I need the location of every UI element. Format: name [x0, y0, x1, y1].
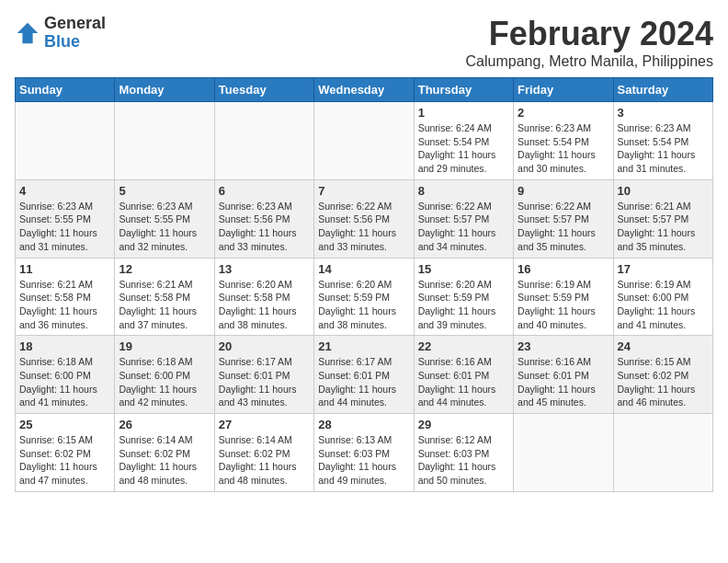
- calendar-cell: 25Sunrise: 6:15 AM Sunset: 6:02 PM Dayli…: [16, 414, 115, 492]
- calendar-cell: [514, 414, 613, 492]
- cell-info: Sunrise: 6:14 AM Sunset: 6:02 PM Dayligh…: [119, 433, 210, 488]
- weekday-header: Wednesday: [314, 78, 414, 102]
- weekday-header: Saturday: [613, 78, 712, 102]
- calendar-cell: 26Sunrise: 6:14 AM Sunset: 6:02 PM Dayli…: [115, 414, 214, 492]
- logo-icon: [15, 20, 40, 46]
- cell-info: Sunrise: 6:20 AM Sunset: 5:59 PM Dayligh…: [318, 278, 409, 332]
- calendar-cell: 6Sunrise: 6:23 AM Sunset: 5:56 PM Daylig…: [214, 179, 313, 258]
- logo-text: General Blue: [44, 15, 106, 52]
- calendar-cell: 13Sunrise: 6:20 AM Sunset: 5:58 PM Dayli…: [214, 258, 313, 336]
- cell-info: Sunrise: 6:23 AM Sunset: 5:54 PM Dayligh…: [618, 121, 709, 176]
- location-title: Calumpang, Metro Manila, Philippines: [466, 53, 713, 70]
- calendar-cell: 5Sunrise: 6:23 AM Sunset: 5:55 PM Daylig…: [115, 179, 214, 258]
- day-number: 11: [19, 262, 110, 276]
- calendar-cell: 28Sunrise: 6:13 AM Sunset: 6:03 PM Dayli…: [314, 414, 414, 492]
- day-number: 14: [318, 262, 409, 276]
- day-number: 23: [518, 339, 609, 353]
- cell-info: Sunrise: 6:22 AM Sunset: 5:57 PM Dayligh…: [518, 200, 609, 254]
- calendar-cell: 29Sunrise: 6:12 AM Sunset: 6:03 PM Dayli…: [414, 414, 513, 492]
- day-number: 26: [119, 418, 210, 431]
- weekday-header: Monday: [115, 78, 214, 102]
- logo-blue-text: Blue: [44, 33, 106, 52]
- logo-general-text: General: [44, 15, 106, 33]
- calendar-cell: 2Sunrise: 6:23 AM Sunset: 5:54 PM Daylig…: [514, 102, 613, 180]
- weekday-header-row: SundayMondayTuesdayWednesdayThursdayFrid…: [16, 78, 713, 102]
- day-number: 7: [318, 184, 409, 198]
- calendar-cell: 19Sunrise: 6:18 AM Sunset: 6:00 PM Dayli…: [115, 336, 214, 414]
- day-number: 20: [219, 339, 310, 353]
- cell-info: Sunrise: 6:17 AM Sunset: 6:01 PM Dayligh…: [318, 355, 409, 409]
- calendar-cell: 23Sunrise: 6:16 AM Sunset: 6:01 PM Dayli…: [514, 336, 613, 414]
- calendar-cell: 27Sunrise: 6:14 AM Sunset: 6:02 PM Dayli…: [214, 414, 313, 492]
- day-number: 27: [219, 418, 310, 431]
- calendar-table: SundayMondayTuesdayWednesdayThursdayFrid…: [15, 77, 713, 492]
- header: General Blue February 2024 Calumpang, Me…: [15, 15, 713, 70]
- day-number: 24: [618, 339, 709, 353]
- calendar-week-row: 25Sunrise: 6:15 AM Sunset: 6:02 PM Dayli…: [16, 414, 713, 492]
- calendar-cell: [214, 102, 313, 180]
- day-number: 1: [418, 106, 509, 120]
- calendar-cell: 7Sunrise: 6:22 AM Sunset: 5:56 PM Daylig…: [314, 179, 414, 258]
- day-number: 9: [518, 184, 609, 198]
- day-number: 13: [219, 262, 310, 276]
- cell-info: Sunrise: 6:12 AM Sunset: 6:03 PM Dayligh…: [418, 433, 509, 488]
- cell-info: Sunrise: 6:19 AM Sunset: 6:00 PM Dayligh…: [618, 278, 709, 332]
- cell-info: Sunrise: 6:16 AM Sunset: 6:01 PM Dayligh…: [418, 355, 509, 409]
- cell-info: Sunrise: 6:23 AM Sunset: 5:54 PM Dayligh…: [518, 121, 609, 176]
- day-number: 19: [119, 339, 210, 353]
- day-number: 2: [518, 106, 609, 120]
- calendar-cell: [16, 102, 115, 180]
- calendar-cell: 12Sunrise: 6:21 AM Sunset: 5:58 PM Dayli…: [115, 258, 214, 336]
- cell-info: Sunrise: 6:17 AM Sunset: 6:01 PM Dayligh…: [219, 355, 310, 409]
- day-number: 28: [318, 418, 409, 431]
- calendar-cell: 20Sunrise: 6:17 AM Sunset: 6:01 PM Dayli…: [214, 336, 313, 414]
- cell-info: Sunrise: 6:20 AM Sunset: 5:58 PM Dayligh…: [219, 278, 310, 332]
- weekday-header: Sunday: [16, 78, 115, 102]
- cell-info: Sunrise: 6:21 AM Sunset: 5:58 PM Dayligh…: [119, 278, 210, 332]
- day-number: 12: [119, 262, 210, 276]
- calendar-cell: 9Sunrise: 6:22 AM Sunset: 5:57 PM Daylig…: [514, 179, 613, 258]
- calendar-cell: 17Sunrise: 6:19 AM Sunset: 6:00 PM Dayli…: [613, 258, 712, 336]
- calendar-cell: 18Sunrise: 6:18 AM Sunset: 6:00 PM Dayli…: [16, 336, 115, 414]
- weekday-header: Friday: [514, 78, 613, 102]
- day-number: 21: [318, 339, 409, 353]
- svg-marker-0: [17, 23, 38, 43]
- cell-info: Sunrise: 6:13 AM Sunset: 6:03 PM Dayligh…: [318, 433, 409, 488]
- day-number: 4: [19, 184, 110, 198]
- calendar-cell: 24Sunrise: 6:15 AM Sunset: 6:02 PM Dayli…: [613, 336, 712, 414]
- cell-info: Sunrise: 6:21 AM Sunset: 5:57 PM Dayligh…: [618, 200, 709, 254]
- day-number: 8: [418, 184, 509, 198]
- day-number: 3: [618, 106, 709, 120]
- calendar-week-row: 11Sunrise: 6:21 AM Sunset: 5:58 PM Dayli…: [16, 258, 713, 336]
- weekday-header: Tuesday: [214, 78, 313, 102]
- calendar-cell: 15Sunrise: 6:20 AM Sunset: 5:59 PM Dayli…: [414, 258, 513, 336]
- weekday-header: Thursday: [414, 78, 513, 102]
- calendar-cell: 10Sunrise: 6:21 AM Sunset: 5:57 PM Dayli…: [613, 179, 712, 258]
- calendar-cell: 22Sunrise: 6:16 AM Sunset: 6:01 PM Dayli…: [414, 336, 513, 414]
- calendar-week-row: 4Sunrise: 6:23 AM Sunset: 5:55 PM Daylig…: [16, 179, 713, 258]
- calendar-cell: 8Sunrise: 6:22 AM Sunset: 5:57 PM Daylig…: [414, 179, 513, 258]
- day-number: 10: [618, 184, 709, 198]
- month-title: February 2024: [466, 15, 713, 53]
- cell-info: Sunrise: 6:15 AM Sunset: 6:02 PM Dayligh…: [19, 433, 110, 488]
- day-number: 18: [19, 339, 110, 353]
- calendar-cell: [314, 102, 414, 180]
- cell-info: Sunrise: 6:18 AM Sunset: 6:00 PM Dayligh…: [119, 355, 210, 409]
- day-number: 6: [219, 184, 310, 198]
- cell-info: Sunrise: 6:23 AM Sunset: 5:55 PM Dayligh…: [19, 200, 110, 254]
- cell-info: Sunrise: 6:16 AM Sunset: 6:01 PM Dayligh…: [518, 355, 609, 409]
- calendar-week-row: 1Sunrise: 6:24 AM Sunset: 5:54 PM Daylig…: [16, 102, 713, 180]
- cell-info: Sunrise: 6:19 AM Sunset: 5:59 PM Dayligh…: [518, 278, 609, 332]
- calendar-cell: 11Sunrise: 6:21 AM Sunset: 5:58 PM Dayli…: [16, 258, 115, 336]
- calendar-cell: 21Sunrise: 6:17 AM Sunset: 6:01 PM Dayli…: [314, 336, 414, 414]
- calendar-week-row: 18Sunrise: 6:18 AM Sunset: 6:00 PM Dayli…: [16, 336, 713, 414]
- cell-info: Sunrise: 6:23 AM Sunset: 5:56 PM Dayligh…: [219, 200, 310, 254]
- calendar-cell: 4Sunrise: 6:23 AM Sunset: 5:55 PM Daylig…: [16, 179, 115, 258]
- calendar-cell: 3Sunrise: 6:23 AM Sunset: 5:54 PM Daylig…: [613, 102, 712, 180]
- title-area: February 2024 Calumpang, Metro Manila, P…: [466, 15, 713, 70]
- logo: General Blue: [15, 15, 106, 52]
- cell-info: Sunrise: 6:22 AM Sunset: 5:56 PM Dayligh…: [318, 200, 409, 254]
- cell-info: Sunrise: 6:18 AM Sunset: 6:00 PM Dayligh…: [19, 355, 110, 409]
- calendar-cell: 16Sunrise: 6:19 AM Sunset: 5:59 PM Dayli…: [514, 258, 613, 336]
- day-number: 15: [418, 262, 509, 276]
